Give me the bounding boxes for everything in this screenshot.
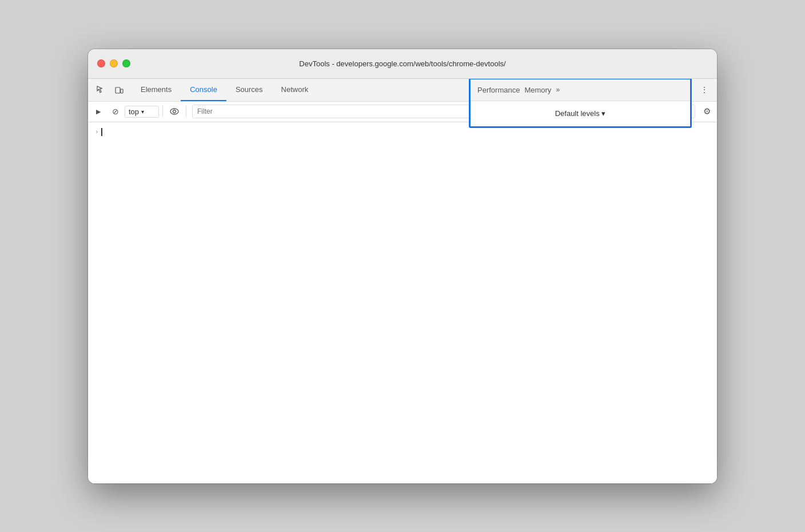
tab-bar-left-icons [93, 82, 127, 98]
svg-rect-0 [115, 87, 120, 93]
default-levels-button[interactable]: Default levels ▾ [555, 109, 606, 118]
block-network-button[interactable]: ⊘ [107, 103, 123, 119]
console-content[interactable]: › [88, 122, 717, 483]
devtools-window: DevTools - developers.google.com/web/too… [88, 49, 717, 483]
tab-bar: Elements Console Sources Network ⋮ [88, 79, 717, 102]
svg-point-2 [170, 109, 178, 114]
console-drawer-button[interactable]: ▶ [90, 103, 106, 119]
text-cursor [101, 128, 102, 136]
window-title: DevTools - developers.google.com/web/too… [299, 59, 505, 68]
overflow-tab-label[interactable]: » [556, 86, 560, 94]
svg-point-3 [173, 110, 176, 113]
chevron-right-icon: › [95, 128, 99, 135]
toolbar-separator-1 [162, 106, 163, 117]
inspect-element-button[interactable] [93, 82, 109, 98]
eye-button[interactable] [166, 103, 182, 119]
console-input-line: › [95, 127, 710, 137]
context-selector[interactable]: top ▾ [125, 106, 159, 118]
devtools-body: Elements Console Sources Network ⋮ [88, 79, 717, 483]
traffic-lights [97, 59, 130, 67]
highlight-box-bottom: Default levels ▾ [471, 101, 690, 126]
toolbar-separator-2 [186, 106, 186, 117]
title-bar: DevTools - developers.google.com/web/too… [88, 49, 717, 79]
minimize-button[interactable] [110, 59, 118, 67]
close-button[interactable] [97, 59, 105, 67]
device-toolbar-button[interactable] [111, 82, 127, 98]
highlight-box-top: Performance Memory » [471, 79, 690, 101]
tab-console[interactable]: Console [181, 79, 226, 101]
tab-network[interactable]: Network [272, 79, 318, 101]
settings-button[interactable]: ⚙ [699, 103, 715, 119]
performance-tab-label[interactable]: Performance [477, 86, 520, 94]
tab-sources[interactable]: Sources [226, 79, 272, 101]
svg-rect-1 [121, 89, 123, 93]
tab-elements[interactable]: Elements [131, 79, 181, 101]
memory-tab-label[interactable]: Memory [524, 86, 551, 94]
highlight-box: Performance Memory » Default levels ▾ [469, 79, 692, 128]
tab-bar-right: ⋮ [696, 82, 712, 98]
maximize-button[interactable] [122, 59, 130, 67]
more-tabs-button[interactable]: ⋮ [696, 82, 712, 98]
